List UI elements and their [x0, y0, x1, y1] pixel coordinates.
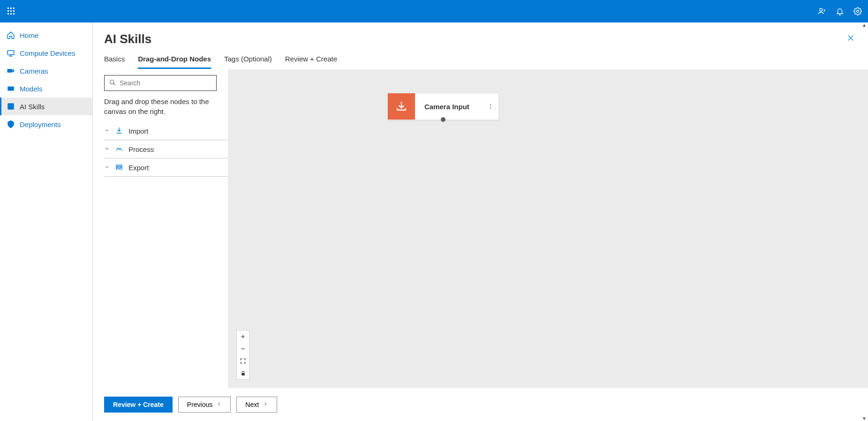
svg-point-20: [490, 104, 491, 105]
search-icon: [109, 79, 116, 87]
app-launcher-icon[interactable]: [6, 6, 17, 17]
sidenav-item-compute[interactable]: Compute Devices: [0, 44, 92, 62]
svg-rect-18: [116, 167, 119, 169]
sidenav-label: Compute Devices: [20, 49, 75, 57]
search-input[interactable]: [120, 79, 211, 87]
tab-basics[interactable]: Basics: [104, 55, 125, 69]
deployment-icon: [7, 120, 15, 128]
page-title: AI Skills: [104, 32, 151, 46]
sidenav-item-models[interactable]: Models: [0, 80, 92, 98]
svg-point-9: [820, 8, 823, 11]
node-palette: Drag and drop these nodes to the canvas …: [93, 69, 228, 388]
sidenav-label: AI Skills: [20, 103, 45, 111]
svg-point-15: [110, 80, 114, 83]
svg-rect-1: [10, 8, 12, 9]
svg-rect-7: [10, 13, 12, 15]
svg-point-22: [490, 108, 491, 109]
svg-rect-12: [8, 69, 13, 73]
svg-rect-5: [13, 10, 15, 12]
download-input-icon: [388, 93, 415, 120]
svg-point-10: [857, 10, 859, 13]
chevron-down-icon: [104, 127, 111, 135]
canvas-node-camera-input[interactable]: Camera Input: [387, 93, 499, 120]
export-icon: [115, 163, 124, 172]
compute-icon: [7, 49, 15, 57]
palette-group-export[interactable]: Export: [104, 158, 228, 177]
chevron-right-icon: [263, 401, 268, 408]
node-more-icon[interactable]: [483, 93, 498, 120]
palette-group-label: Process: [128, 145, 154, 153]
chevron-down-icon: [104, 145, 111, 153]
svg-rect-14: [8, 103, 14, 110]
zoom-in-button[interactable]: [237, 331, 249, 343]
canvas-node-label: Camera Input: [415, 93, 483, 120]
import-icon: [115, 127, 124, 135]
svg-rect-23: [242, 373, 245, 375]
palette-group-label: Export: [128, 164, 149, 172]
next-label: Next: [245, 401, 259, 408]
chevron-left-icon: [216, 401, 222, 408]
gear-icon[interactable]: [853, 7, 862, 16]
palette-group-import[interactable]: Import: [104, 122, 228, 140]
sidenav-item-ai-skills[interactable]: AI Skills: [0, 98, 92, 115]
palette-group-process[interactable]: Process: [104, 140, 228, 158]
tab-drag-drop-nodes[interactable]: Drag-and-Drop Nodes: [138, 55, 211, 69]
chevron-down-icon: [104, 164, 111, 171]
previous-label: Previous: [187, 401, 212, 408]
sidenav-item-home[interactable]: Home: [0, 26, 92, 44]
palette-search[interactable]: [104, 75, 217, 91]
process-icon: [115, 145, 124, 153]
side-nav: Home Compute Devices Cameras Models AI S…: [0, 23, 93, 421]
svg-point-21: [490, 106, 491, 107]
bell-icon[interactable]: [835, 7, 845, 16]
svg-rect-19: [120, 167, 122, 169]
palette-help-text: Drag and drop these nodes to the canvas …: [104, 97, 217, 116]
ai-skill-icon: [7, 102, 15, 111]
svg-rect-0: [8, 8, 9, 9]
fit-screen-button[interactable]: [237, 355, 249, 367]
next-button[interactable]: Next: [236, 397, 277, 413]
svg-rect-8: [13, 13, 15, 15]
sidenav-item-deployments[interactable]: Deployments: [0, 115, 92, 133]
sidenav-label: Home: [20, 31, 38, 39]
node-output-port[interactable]: [441, 117, 445, 122]
review-create-button[interactable]: Review + Create: [104, 397, 173, 413]
svg-rect-11: [8, 51, 14, 55]
svg-rect-6: [8, 13, 9, 15]
svg-rect-4: [10, 10, 12, 12]
tab-review-create[interactable]: Review + Create: [285, 55, 337, 69]
zoom-controls: [236, 330, 249, 380]
model-icon: [7, 84, 15, 93]
svg-rect-17: [120, 165, 122, 166]
wizard-tabs: Basics Drag-and-Drop Nodes Tags (Optiona…: [93, 46, 868, 69]
feedback-icon[interactable]: [817, 7, 827, 16]
canvas[interactable]: Camera Input: [228, 69, 868, 388]
svg-rect-13: [8, 87, 14, 91]
palette-group-label: Import: [128, 127, 149, 135]
sidenav-label: Cameras: [20, 67, 48, 75]
svg-rect-16: [116, 165, 119, 166]
wizard-footer: Review + Create Previous Next: [93, 388, 868, 421]
svg-rect-2: [13, 8, 15, 9]
sidenav-label: Models: [20, 85, 42, 93]
sidenav-label: Deployments: [20, 120, 61, 128]
home-icon: [7, 31, 15, 39]
svg-rect-3: [8, 10, 9, 12]
close-button[interactable]: [845, 32, 857, 45]
previous-button[interactable]: Previous: [178, 397, 231, 413]
sidenav-item-cameras[interactable]: Cameras: [0, 62, 92, 80]
tab-tags[interactable]: Tags (Optional): [224, 55, 272, 69]
camera-icon: [7, 67, 15, 75]
lock-button[interactable]: [237, 367, 249, 379]
zoom-out-button[interactable]: [237, 343, 249, 355]
